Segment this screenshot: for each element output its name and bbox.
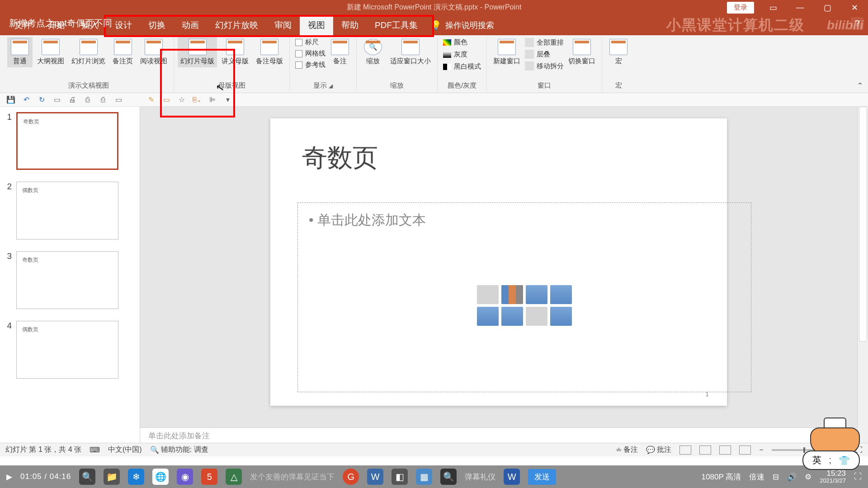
accessibility-status[interactable]: 🔍 辅助功能: 调查 (150, 445, 208, 455)
star-icon[interactable]: ☆ (177, 95, 186, 104)
cascade-button[interactable]: 层叠 (523, 49, 566, 60)
danmu-etiquette[interactable]: 弹幕礼仪 (465, 472, 495, 482)
playback-speed[interactable]: 倍速 (749, 472, 764, 482)
danmu-input[interactable]: 发个友善的弹幕见证当下 (250, 472, 335, 482)
qat-icon[interactable]: ⎘▾ (193, 95, 202, 104)
slide-thumbnail[interactable]: 偶数页 (16, 321, 118, 379)
outline-view-button[interactable]: 大纲视图 (34, 37, 67, 67)
qat-icon[interactable]: ⎙ (99, 95, 108, 104)
insert-picture-icon[interactable] (477, 307, 499, 326)
taskbar-app-icon[interactable]: 📁 (104, 469, 120, 485)
maximize-icon[interactable]: ▢ (814, 0, 841, 15)
tab-review[interactable]: 审阅 (266, 15, 300, 35)
insert-smartart-icon[interactable] (526, 285, 547, 304)
tell-me-input[interactable]: 操作说明搜索 (445, 20, 494, 31)
taskbar-app-icon[interactable]: G (343, 469, 359, 485)
zoom-out-icon[interactable]: − (759, 446, 763, 454)
more-icon[interactable]: ▾ (223, 95, 232, 104)
comments-toggle[interactable]: 💬 批注 (646, 445, 671, 455)
notes-master-button[interactable]: 备注母版 (253, 37, 286, 67)
ime-indicator[interactable]: 英 ; 👕 (802, 450, 860, 470)
taskbar-app-icon[interactable]: △ (226, 469, 242, 485)
macros-button[interactable]: 宏 (606, 37, 631, 67)
gridlines-checkbox[interactable]: 网格线 (293, 48, 327, 59)
normal-view-button[interactable]: 普通 (7, 37, 33, 67)
taskbar-app-icon[interactable]: ▦ (416, 469, 432, 485)
search-icon[interactable]: 🔍 (440, 469, 457, 485)
undo-icon[interactable]: ↶ (22, 95, 31, 104)
qat-icon[interactable]: ▭ (114, 95, 123, 104)
print-icon[interactable]: 🖨 (68, 95, 77, 104)
color-button[interactable]: 颜色 (441, 37, 483, 47)
tab-pdf[interactable]: PDF工具集 (367, 15, 426, 35)
slideshow-icon[interactable]: ▭ (52, 95, 61, 104)
slide-thumbnails-panel[interactable]: 1奇数页 2偶数页 3奇数页 4偶数页 (0, 107, 140, 443)
settings-icon[interactable]: ⚙ (805, 472, 811, 482)
insert-video-icon[interactable] (526, 307, 547, 326)
slide-sorter-button[interactable]: 幻灯片浏览 (69, 37, 108, 67)
close-icon[interactable]: ✕ (841, 0, 868, 15)
help-icon[interactable]: ? (851, 17, 863, 30)
slide[interactable]: 奇数页 • 单击此处添加文本 1 (270, 118, 727, 406)
ime-indicator-icon[interactable]: ⌨ (90, 446, 100, 454)
video-quality[interactable]: 1080P 高清 (702, 472, 741, 482)
login-button[interactable]: 登录 (727, 2, 754, 14)
slide-thumbnail[interactable]: 偶数页 (16, 182, 118, 239)
wps-icon[interactable]: W (367, 469, 383, 485)
taskbar-app-icon[interactable]: ❄ (128, 469, 144, 485)
language-status[interactable]: 中文(中国) (108, 445, 142, 455)
notes-input[interactable]: 单击此处添加备注 (140, 427, 857, 443)
slide-title[interactable]: 奇数页 (302, 141, 695, 175)
collapse-ribbon-icon[interactable]: ⌃ (857, 81, 863, 91)
notes-toggle[interactable]: ≐ 备注 (616, 445, 638, 455)
insert-table-icon[interactable] (477, 285, 499, 304)
bw-button[interactable]: 黑白模式 (441, 61, 483, 72)
slide-thumbnail[interactable]: 奇数页 (16, 251, 118, 309)
new-window-button[interactable]: 新建窗口 (491, 37, 523, 71)
subtitle-icon[interactable]: ⊟ (773, 472, 779, 482)
tab-animations[interactable]: 动画 (174, 15, 207, 35)
highlight-icon[interactable]: ✎ (146, 95, 156, 104)
tab-transitions[interactable]: 切换 (140, 15, 174, 35)
slide-master-button[interactable]: 幻灯片母版 (178, 37, 217, 67)
reading-view-icon[interactable] (719, 446, 731, 455)
insert-3d-icon[interactable] (550, 285, 572, 304)
qat-icon[interactable]: ▭ (162, 95, 171, 104)
normal-view-icon[interactable] (679, 446, 691, 455)
chrome-icon[interactable]: 🌐 (152, 469, 169, 485)
slide-canvas[interactable]: 奇数页 • 单击此处添加文本 1 (140, 107, 857, 427)
sorter-view-icon[interactable] (699, 446, 711, 455)
zoom-button[interactable]: 🔍缩放 (360, 37, 386, 67)
taskbar-app-icon[interactable]: 5 (201, 469, 217, 485)
insert-online-picture-icon[interactable] (501, 307, 523, 326)
taskbar-app-icon[interactable]: ◧ (392, 469, 408, 485)
fullscreen-icon[interactable]: ⛶ (854, 472, 862, 481)
reading-view-button[interactable]: 阅读视图 (137, 37, 170, 67)
ribbon-display-icon[interactable]: ▭ (760, 0, 787, 15)
notes-button[interactable]: 备注 (327, 37, 353, 70)
redo-icon[interactable]: ↻ (37, 95, 46, 104)
tab-view[interactable]: 视图 (300, 15, 333, 35)
tab-help[interactable]: 帮助 (333, 15, 367, 35)
content-placeholder[interactable]: • 单击此处添加文本 (297, 202, 751, 392)
dialog-launcher-icon[interactable]: ◢ (329, 83, 333, 89)
volume-icon[interactable]: 🔊 (787, 472, 797, 482)
qat-icon[interactable]: ⎙ (83, 95, 92, 104)
switch-windows-button[interactable]: 切换窗口 (566, 37, 598, 71)
vertical-scrollbar[interactable] (857, 107, 868, 443)
insert-chart-icon[interactable] (501, 285, 523, 304)
insert-icon-icon[interactable] (550, 307, 572, 326)
scrollbar-thumb[interactable] (859, 107, 867, 342)
slideshow-view-icon[interactable] (739, 446, 751, 455)
align-icon[interactable]: ⊫ (208, 95, 217, 104)
notes-page-button[interactable]: 备注页 (110, 37, 136, 67)
word-icon[interactable]: W (504, 469, 520, 485)
send-button[interactable]: 发送 (528, 469, 556, 485)
grayscale-button[interactable]: 灰度 (441, 49, 483, 60)
fit-window-button[interactable]: 适应窗口大小 (387, 37, 434, 67)
move-split-button[interactable]: 移动拆分 (523, 61, 566, 71)
guides-checkbox[interactable]: 参考线 (293, 60, 327, 70)
arrange-all-button[interactable]: 全部重排 (523, 37, 566, 48)
save-icon[interactable]: 💾 (6, 95, 15, 104)
play-icon[interactable]: ▶ (6, 472, 12, 482)
